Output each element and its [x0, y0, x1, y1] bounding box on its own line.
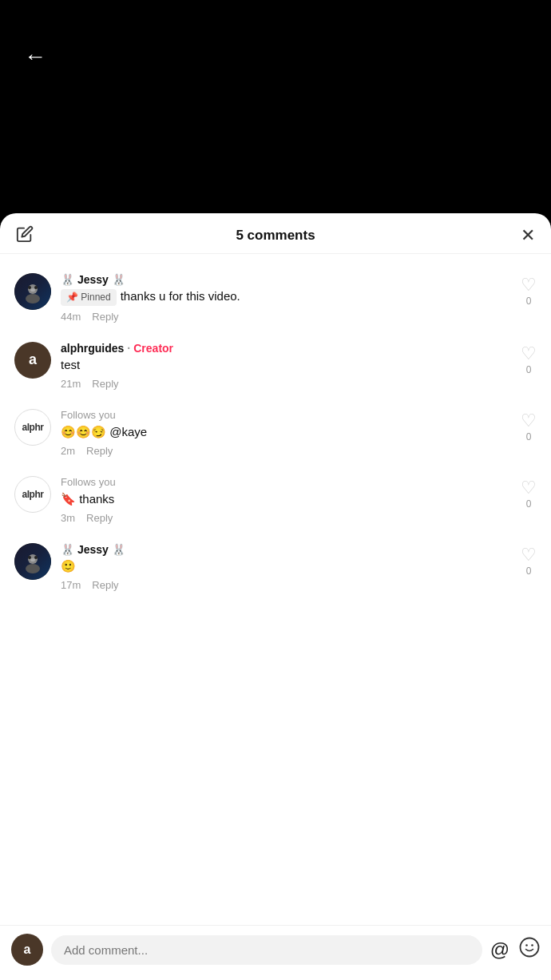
like-section[interactable]: ♡ 0: [521, 342, 537, 375]
comment-text: 📌 Pinnedthanks u for this video.: [61, 288, 511, 306]
comment-text: 🔖 thanks: [61, 490, 511, 507]
reply-button[interactable]: Reply: [86, 512, 113, 524]
like-heart-icon[interactable]: ♡: [521, 546, 537, 564]
comment-text: 😊😊😏 @kaye: [61, 423, 511, 440]
avatar: alphr: [14, 476, 51, 513]
comments-sheet: 5 comments ✕ 🐰 Jessy 🐰: [0, 213, 551, 980]
comment-username: 🐰 Jessy 🐰: [61, 543, 511, 556]
comment-item: 🐰 Jessy 🐰 🙂 17m Reply ♡ 0: [0, 534, 551, 601]
comments-title: 5 comments: [236, 228, 315, 244]
svg-point-8: [34, 556, 38, 559]
creator-badge: Creator: [133, 342, 173, 355]
reply-button[interactable]: Reply: [92, 378, 118, 390]
comment-body: alphrguides·Creator test 21m Reply: [61, 342, 511, 390]
close-button[interactable]: ✕: [521, 225, 535, 246]
like-section[interactable]: ♡ 0: [521, 543, 537, 577]
comment-meta: 21m Reply: [61, 378, 511, 390]
svg-point-12: [531, 944, 533, 946]
comment-time: 17m: [61, 579, 81, 591]
avatar: [14, 543, 51, 580]
comment-meta: 44m Reply: [61, 311, 511, 323]
svg-point-11: [525, 944, 528, 946]
svg-point-2: [28, 286, 31, 289]
reply-button[interactable]: Reply: [86, 445, 113, 457]
input-avatar: a: [11, 934, 43, 966]
avatar-image: [14, 543, 51, 580]
avatar-image: [14, 273, 51, 310]
svg-point-1: [26, 294, 40, 304]
svg-point-9: [30, 558, 35, 561]
follows-you-label: Follows you: [61, 409, 511, 421]
like-count: 0: [526, 364, 532, 375]
comment-item: alphr Follows you 🔖 thanks 3m Reply ♡ 0: [0, 466, 551, 534]
comment-meta: 3m Reply: [61, 512, 511, 524]
like-heart-icon[interactable]: ♡: [521, 412, 537, 430]
avatar: a: [14, 342, 51, 379]
like-section[interactable]: ♡ 0: [521, 476, 537, 510]
like-heart-icon[interactable]: ♡: [521, 479, 537, 497]
comment-meta: 17m Reply: [61, 579, 511, 591]
like-heart-icon[interactable]: ♡: [521, 276, 537, 294]
sheet-header: 5 comments ✕: [0, 213, 551, 254]
like-count: 0: [526, 431, 532, 442]
like-count: 0: [526, 296, 532, 307]
comment-item: a alphrguides·Creator test 21m Reply ♡ 0: [0, 332, 551, 399]
svg-point-10: [521, 938, 539, 957]
back-button[interactable]: ←: [24, 44, 46, 69]
at-mention-icon[interactable]: @: [490, 938, 509, 961]
follows-you-label: Follows you: [61, 476, 511, 488]
edit-icon[interactable]: [16, 225, 34, 247]
pinned-badge: 📌 Pinned: [61, 289, 117, 306]
comment-meta: 2m Reply: [61, 445, 511, 457]
like-section[interactable]: ♡ 0: [521, 273, 537, 307]
comment-username: 🐰 Jessy 🐰: [61, 273, 511, 286]
like-count: 0: [526, 498, 532, 510]
avatar: alphr: [14, 409, 51, 446]
input-icons: @: [490, 937, 540, 962]
comment-item: 🐰 Jessy 🐰 📌 Pinnedthanks u for this vide…: [0, 264, 551, 332]
comment-time: 2m: [61, 445, 75, 457]
comment-body: Follows you 🔖 thanks 3m Reply: [61, 476, 511, 524]
comment-time: 44m: [61, 311, 81, 323]
svg-point-6: [26, 564, 40, 573]
avatar: [14, 273, 51, 310]
reply-button[interactable]: Reply: [92, 311, 118, 323]
svg-point-7: [28, 556, 31, 559]
comment-input[interactable]: [51, 935, 482, 965]
like-heart-icon[interactable]: ♡: [521, 345, 537, 363]
comment-text: 🙂: [61, 557, 511, 574]
comment-body: 🐰 Jessy 🐰 🙂 17m Reply: [61, 543, 511, 591]
svg-point-3: [34, 286, 38, 289]
comment-body: 🐰 Jessy 🐰 📌 Pinnedthanks u for this vide…: [61, 273, 511, 323]
comment-item: alphr Follows you 😊😊😏 @kaye 2m Reply ♡ 0: [0, 399, 551, 466]
comment-time: 3m: [61, 512, 75, 524]
comment-username: alphrguides·Creator: [61, 342, 511, 355]
emoji-picker-icon[interactable]: [519, 937, 540, 962]
like-section[interactable]: ♡ 0: [521, 409, 537, 442]
comment-text: test: [61, 356, 511, 373]
comment-time: 21m: [61, 378, 81, 390]
like-count: 0: [526, 565, 532, 577]
reply-button[interactable]: Reply: [92, 579, 118, 591]
comment-body: Follows you 😊😊😏 @kaye 2m Reply: [61, 409, 511, 457]
comments-list: 🐰 Jessy 🐰 📌 Pinnedthanks u for this vide…: [0, 254, 551, 925]
svg-point-4: [30, 288, 35, 292]
comment-input-bar: a @: [0, 925, 551, 980]
